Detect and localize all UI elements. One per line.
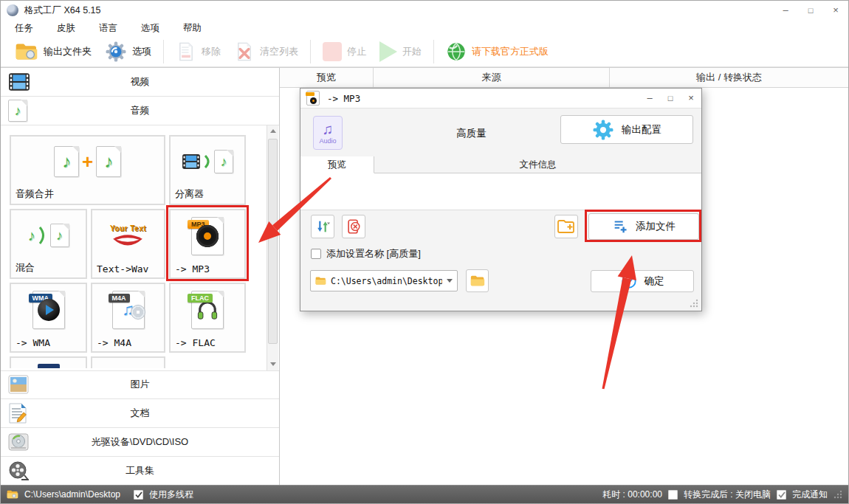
note-page-icon: ♪: [54, 146, 79, 177]
sidebar-item-rom-device[interactable]: 光驱设备\DVD\CD\ISO: [1, 427, 279, 456]
sidebar-item-video[interactable]: 视频: [1, 68, 279, 97]
m4a-file-icon: M4A ♫: [112, 291, 145, 329]
add-name-checkbox[interactable]: [311, 249, 321, 259]
globe-icon: [446, 41, 467, 62]
tile-to-wma[interactable]: WMA -> WMA: [10, 283, 87, 353]
tab-file-info[interactable]: 文件信息: [374, 156, 701, 173]
toolbar-separator: [433, 40, 434, 63]
note-page-icon: ♪: [214, 150, 233, 173]
notify-checkbox[interactable]: [777, 490, 786, 500]
add-name-checkbox-row[interactable]: 添加设置名称 [高质量]: [311, 247, 421, 260]
clear-list-icon: [234, 41, 255, 62]
close-button[interactable]: ×: [823, 1, 848, 20]
lips-icon: [111, 234, 144, 249]
mp3-file-icon: MP3: [191, 217, 224, 255]
stop-button[interactable]: 停止: [316, 37, 373, 66]
add-file-button[interactable]: 添加文件: [588, 213, 699, 240]
column-header-source[interactable]: 来源: [374, 68, 610, 87]
dialog-maximize-button[interactable]: □: [660, 89, 681, 108]
minimize-button[interactable]: –: [773, 1, 798, 20]
menu-item-task[interactable]: 任务: [13, 21, 35, 36]
shutdown-label: 转换完成后 : 关闭电脑: [684, 489, 771, 501]
window-resize-grip[interactable]: [833, 490, 842, 499]
app-icon: [7, 4, 18, 16]
merge-arrow-icon: [38, 226, 47, 245]
ok-button[interactable]: 确定: [591, 270, 694, 292]
menu-item-skin[interactable]: 皮肤: [55, 21, 78, 36]
folder-icon: [7, 489, 18, 500]
browse-folder-button[interactable]: [466, 269, 489, 292]
output-folder-button[interactable]: 输出文件夹: [8, 37, 98, 66]
remove-file-button[interactable]: [342, 215, 365, 238]
sidebar-scrollbar[interactable]: [267, 125, 278, 370]
tile-text-to-wav[interactable]: Your Text Text->Wav: [91, 209, 165, 279]
menu-item-language[interactable]: 语言: [97, 21, 120, 36]
remove-button[interactable]: 移除: [169, 37, 227, 66]
quality-label: 高质量: [389, 127, 554, 140]
shutdown-checkbox[interactable]: [668, 490, 678, 500]
video-icon: [8, 72, 30, 92]
download-official-link[interactable]: 请下载官方正式版: [439, 37, 555, 66]
tab-preview[interactable]: 预览: [300, 156, 374, 173]
sidebar-item-document[interactable]: 文档: [1, 398, 279, 427]
dialog-resize-grip[interactable]: [690, 299, 698, 308]
start-button[interactable]: 开始: [373, 37, 428, 66]
tile-audio-merge[interactable]: ♪ + ♪ 音频合并: [10, 135, 165, 205]
play-icon: [379, 41, 397, 62]
tile-to-flac[interactable]: FLAC -> FLAC: [169, 283, 246, 353]
gear-icon: [592, 119, 614, 141]
mp3-file-icon: [306, 91, 320, 106]
dialog-tabs: 预览 文件信息: [300, 156, 701, 173]
picture-icon: [8, 375, 29, 394]
tile-to-mp3[interactable]: MP3 -> MP3: [169, 209, 246, 279]
menu-item-help[interactable]: 帮助: [181, 21, 204, 36]
sidebar-item-picture[interactable]: 图片: [1, 370, 279, 399]
tile-partial[interactable]: [10, 356, 87, 368]
sort-button[interactable]: [311, 215, 334, 238]
output-config-button[interactable]: 输出配置: [560, 115, 693, 144]
plus-icon: +: [82, 152, 93, 171]
wma-file-icon: WMA: [32, 291, 65, 329]
folder-icon: [15, 42, 38, 61]
folder-icon: [315, 276, 326, 286]
note-icon: ♪: [28, 228, 35, 243]
folder-plus-icon: [557, 219, 575, 234]
check-icon: [135, 491, 142, 498]
notify-label: 完成通知: [792, 489, 828, 501]
clear-list-button[interactable]: 清空列表: [227, 37, 305, 66]
sidebar-item-audio[interactable]: ♪ 音频: [1, 97, 279, 125]
tile-partial[interactable]: [91, 356, 165, 368]
tile-to-m4a[interactable]: M4A ♫ -> M4A: [91, 283, 165, 353]
document-icon: [8, 403, 27, 424]
menu-item-options[interactable]: 选项: [139, 21, 162, 36]
check-circle-icon: [621, 273, 637, 289]
window-title: 格式工厂 X64 5.15: [24, 4, 101, 17]
column-header-output-status[interactable]: 输出 / 转换状态: [610, 68, 848, 87]
dialog-title-bar: -> MP3 – □ ×: [300, 89, 701, 108]
scroll-up-button[interactable]: [267, 125, 279, 137]
check-icon: [778, 491, 786, 498]
scroll-thumb[interactable]: [268, 139, 278, 344]
elapsed-time: 耗时 : 00:00:00: [602, 489, 662, 501]
multithread-checkbox[interactable]: [134, 490, 143, 500]
column-header-preview[interactable]: 预览: [280, 68, 374, 87]
dialog-close-button[interactable]: ×: [681, 89, 701, 108]
title-bar: 格式工厂 X64 5.15 – □ ×: [1, 1, 848, 20]
scroll-down-button[interactable]: [267, 359, 279, 370]
film-icon: [182, 153, 201, 170]
dialog-minimize-button[interactable]: –: [639, 89, 660, 108]
list-header: 预览 来源 输出 / 转换状态: [280, 68, 848, 88]
add-file-icon: [612, 218, 628, 235]
mp3-convert-dialog: -> MP3 – □ × ♫ Audio 高质量 输出配置 预览 文件信息: [300, 88, 702, 311]
add-folder-button[interactable]: [554, 215, 578, 238]
status-output-path[interactable]: C:\Users\admin\Desktop: [24, 489, 120, 500]
tile-mix[interactable]: ♪ ♪ 混合: [10, 209, 87, 279]
sidebar-item-toolset[interactable]: 工具集: [1, 456, 279, 485]
menu-bar: 任务 皮肤 语言 选项 帮助: [1, 20, 848, 36]
folder-icon: [470, 275, 485, 287]
options-button[interactable]: 选项: [98, 37, 158, 66]
output-path-select[interactable]: C:\Users\admin\Desktop: [310, 270, 458, 291]
status-bar: C:\Users\admin\Desktop 使用多线程 耗时 : 00:00:…: [1, 485, 848, 503]
maximize-button[interactable]: □: [798, 1, 823, 20]
tile-splitter[interactable]: ♪ 分离器: [169, 135, 246, 205]
